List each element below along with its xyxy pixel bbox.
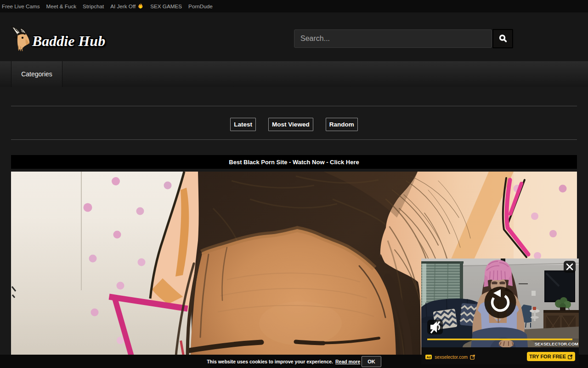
svg-text:SEXSELECTOR.COM: SEXSELECTOR.COM: [535, 341, 578, 346]
